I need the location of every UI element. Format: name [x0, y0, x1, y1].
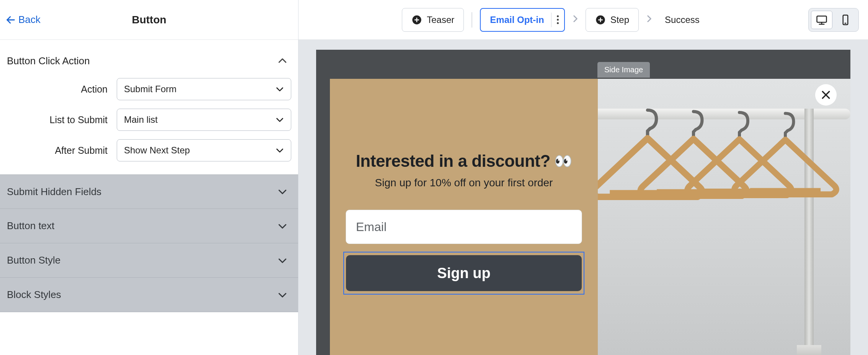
after-submit-select[interactable]: Show Next Step [117, 139, 291, 161]
back-button[interactable]: Back [4, 14, 41, 26]
plus-circle-icon [595, 15, 606, 25]
select-value: Submit Form [124, 84, 176, 94]
select-value: Show Next Step [124, 145, 190, 156]
rack-pole-base [797, 345, 821, 355]
form-steps-breadcrumb: Teaser Email Opt-in Step Success [299, 8, 808, 32]
field-list-to-submit: List to Submit Main list [7, 109, 291, 131]
panel-title: Button [132, 14, 166, 26]
section-block-styles[interactable]: Block Styles [0, 278, 298, 312]
chevron-down-icon [277, 255, 288, 266]
field-action: Action Submit Form [7, 78, 291, 100]
popup-headline[interactable]: Interested in a discount? 👀 [356, 151, 572, 171]
side-image-tag[interactable]: Side Image [597, 62, 650, 78]
popup-form: Side Image Interested in a discount? 👀 S… [330, 79, 850, 355]
popup-content: Interested in a discount? 👀 Sign up for … [330, 79, 598, 355]
action-select[interactable]: Submit Form [117, 78, 291, 100]
popup-side-image[interactable] [598, 79, 850, 355]
settings-panel: Back Button Button Click Action Action S… [0, 0, 299, 355]
chevron-up-icon [277, 55, 288, 67]
chevron-down-icon [275, 84, 285, 94]
chevron-right-icon [570, 14, 580, 26]
headline-text: Interested in a discount? [356, 151, 550, 171]
email-input[interactable]: Email [346, 210, 582, 244]
step-label: Email Opt-in [490, 15, 544, 25]
list-to-submit-select[interactable]: Main list [117, 109, 291, 131]
field-label: List to Submit [50, 114, 108, 125]
plus-circle-icon [411, 15, 422, 25]
desktop-view-button[interactable] [811, 11, 832, 29]
section-label: Button Click Action [7, 55, 90, 67]
signup-button[interactable]: Sign up [346, 255, 582, 291]
field-label: After Submit [55, 145, 108, 156]
step-label: Step [610, 15, 629, 25]
step-label: Teaser [427, 15, 454, 25]
step-teaser[interactable]: Teaser [402, 8, 464, 32]
panel-header: Back Button [0, 0, 298, 40]
svg-rect-7 [817, 16, 827, 22]
step-step[interactable]: Step [586, 8, 639, 32]
chevron-down-icon [275, 115, 285, 125]
field-after-submit: After Submit Show Next Step [7, 139, 291, 161]
device-toggle [808, 8, 859, 32]
back-label: Back [18, 14, 41, 26]
signup-button-selection: Sign up [343, 252, 584, 295]
section-body-button-click-action: Action Submit Form List to Submit Main l… [0, 78, 298, 174]
eyes-emoji: 👀 [554, 153, 572, 169]
section-button-style[interactable]: Button Style [0, 243, 298, 278]
chevron-down-icon [275, 145, 285, 155]
section-label: Submit Hidden Fields [7, 186, 101, 198]
chevron-down-icon [277, 220, 288, 232]
hanger-icon [729, 111, 842, 208]
chevron-down-icon [277, 289, 288, 301]
close-icon [820, 89, 832, 101]
chevron-down-icon [277, 186, 288, 197]
step-email-optin[interactable]: Email Opt-in [480, 8, 565, 32]
desktop-icon [816, 14, 827, 26]
step-success[interactable]: Success [659, 8, 705, 32]
arrow-left-icon [5, 15, 16, 25]
section-label: Button text [7, 220, 54, 232]
mobile-view-button[interactable] [835, 11, 856, 29]
chevron-right-icon [644, 14, 654, 26]
top-bar: Teaser Email Opt-in Step Success [299, 0, 868, 40]
section-label: Button Style [7, 254, 60, 266]
section-button-click-action[interactable]: Button Click Action [0, 40, 298, 78]
canvas-backdrop: Side Image Interested in a discount? 👀 S… [316, 50, 850, 355]
section-submit-hidden-fields[interactable]: Submit Hidden Fields [0, 174, 298, 209]
mobile-icon [840, 14, 851, 26]
section-label: Block Styles [7, 289, 61, 301]
select-value: Main list [124, 114, 158, 125]
section-button-text[interactable]: Button text [0, 209, 298, 243]
email-placeholder: Email [356, 220, 387, 234]
breadcrumb-separator [472, 12, 472, 28]
close-button[interactable] [815, 84, 837, 106]
popup-subhead[interactable]: Sign up for 10% off on your first order [375, 177, 553, 189]
step-label: Success [665, 15, 700, 25]
more-menu-icon[interactable] [551, 13, 559, 27]
field-label: Action [81, 84, 108, 95]
preview-canvas: Side Image Interested in a discount? 👀 S… [299, 40, 868, 355]
